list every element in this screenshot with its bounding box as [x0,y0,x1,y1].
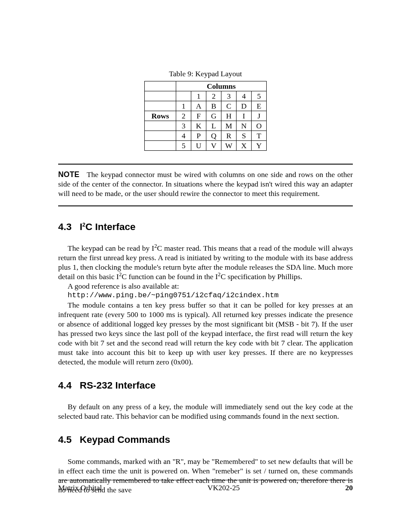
footer-center: VK202-25 [208,483,240,492]
paragraph: A good reference is also available at: [58,281,353,291]
footer-rule [58,480,353,480]
cell: C [221,101,237,111]
cell: S [237,131,252,141]
paragraph: The keypad can be read by I2C master rea… [58,243,353,281]
section-number: 4.3 [58,221,80,233]
cell: P [191,131,206,141]
section-heading-43: 4.3I2C Interface [58,221,353,233]
cell: R [221,131,237,141]
row-num: 5 [176,141,191,151]
page-footer: Matrix Orbital VK202-25 20 [58,483,353,492]
note-block: NOTE The keypad connector must be wired … [58,164,353,206]
section-title-text: I2C Interface [80,221,135,232]
col-num: 3 [221,91,237,101]
section-title-text: RS-232 Interface [80,380,156,391]
row-num: 2 [176,111,191,121]
section-title-text: Keypad Commands [80,434,170,445]
col-num: 2 [206,91,221,101]
row-num: 4 [176,131,191,141]
cell: J [252,111,267,121]
cell: K [191,121,206,131]
reference-url: http://www.ping.be/~ping0751/i2cfaq/i2ci… [58,291,353,300]
cell: I [237,111,252,121]
col-num: 4 [237,91,252,101]
section-number: 4.4 [58,380,80,392]
rows-header: Rows [145,111,176,121]
row-num: 3 [176,121,191,131]
row-num: 1 [176,101,191,111]
columns-header: Columns [176,81,267,91]
document-page: Table 9: Keypad Layout Columns 1 2 3 4 5… [0,0,411,532]
paragraph: By default on any press of a key, the mo… [58,402,353,421]
table-caption: Table 9: Keypad Layout [58,69,353,78]
keypad-layout-table: Columns 1 2 3 4 5 1 A B C D E Rows 2 F G… [144,81,267,151]
cell: A [191,101,206,111]
page-number: 20 [346,483,353,492]
cell: V [206,141,221,151]
cell: D [237,101,252,111]
note-label: NOTE [58,170,79,179]
cell: B [206,101,221,111]
cell: W [221,141,237,151]
cell: O [252,121,267,131]
cell: H [221,111,237,121]
cell: U [191,141,206,151]
cell: Q [206,131,221,141]
cell: N [237,121,252,131]
footer-left: Matrix Orbital [58,483,102,492]
col-num: 5 [252,91,267,101]
paragraph: The module contains a ten key press buff… [58,300,353,367]
cell: M [221,121,237,131]
note-text: The keypad connector must be wired with … [58,170,353,198]
section-heading-45: 4.5Keypad Commands [58,434,353,446]
col-num: 1 [191,91,206,101]
section-heading-44: 4.4RS-232 Interface [58,380,353,392]
cell: E [252,101,267,111]
cell: T [252,131,267,141]
cell: X [237,141,252,151]
cell: G [206,111,221,121]
cell: Y [252,141,267,151]
section-number: 4.5 [58,434,80,446]
cell: L [206,121,221,131]
cell: F [191,111,206,121]
